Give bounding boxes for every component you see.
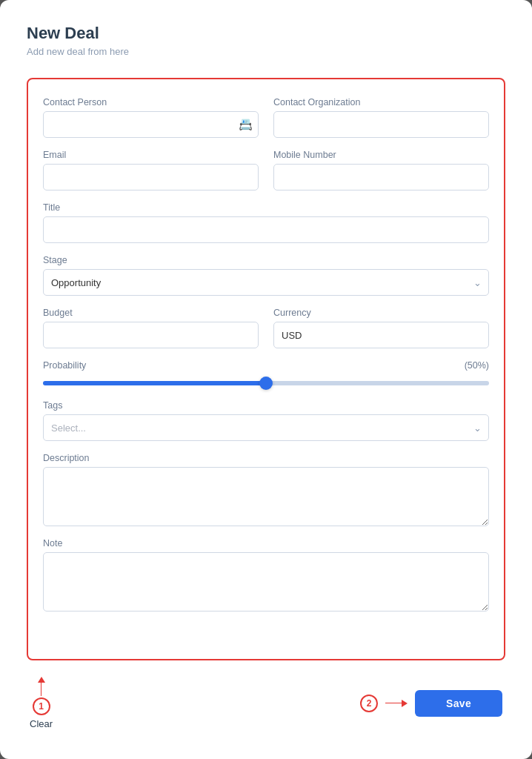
currency-group: Currency: [273, 308, 489, 348]
title-field[interactable]: [43, 216, 489, 243]
description-field[interactable]: [43, 467, 489, 526]
arrow-right-head-icon: [402, 700, 408, 707]
row-tags: Tags Select... Tag 1 Tag 2 Tag 3 ⌄: [43, 400, 489, 441]
page-title: New Deal: [27, 24, 505, 43]
stage-select[interactable]: Opportunity Qualified Proposal Negotiati…: [43, 269, 489, 296]
arrow-up-line-icon: [41, 683, 42, 696]
title-label: Title: [43, 202, 489, 213]
step2-circle: 2: [360, 695, 378, 712]
save-button[interactable]: Save: [415, 690, 502, 717]
stage-group: Stage Opportunity Qualified Proposal Neg…: [43, 255, 489, 296]
page-subtitle: Add new deal from here: [27, 46, 505, 57]
contact-person-input-wrapper: 📇: [43, 111, 259, 138]
note-group: Note: [43, 538, 489, 611]
arrow-right-indicator: [385, 700, 408, 707]
stage-select-wrapper: Opportunity Qualified Proposal Negotiati…: [43, 269, 489, 296]
contact-org-field[interactable]: [273, 111, 489, 138]
form-container: Contact Person 📇 Contact Organization Em…: [27, 78, 505, 660]
email-group: Email: [43, 150, 259, 190]
probability-slider[interactable]: [43, 381, 489, 385]
stage-label: Stage: [43, 255, 489, 265]
arrow-up-head-icon: [38, 677, 45, 683]
row-email-mobile: Email Mobile Number: [43, 150, 489, 190]
probability-row: Probability (50%): [43, 360, 489, 388]
clear-button[interactable]: Clear: [30, 718, 53, 729]
note-label: Note: [43, 538, 489, 548]
tags-select-wrapper: Select... Tag 1 Tag 2 Tag 3 ⌄: [43, 414, 489, 441]
title-group: Title: [43, 202, 489, 243]
tags-label: Tags: [43, 400, 489, 411]
email-label: Email: [43, 150, 259, 160]
probability-header: Probability (50%): [43, 360, 489, 371]
probability-value: (50%): [465, 360, 489, 371]
probability-label: Probability: [43, 360, 86, 371]
row-contact: Contact Person 📇 Contact Organization: [43, 97, 489, 138]
budget-label: Budget: [43, 308, 259, 318]
budget-field[interactable]: [43, 322, 259, 348]
clear-arrow-up: [38, 677, 45, 696]
mobile-group: Mobile Number: [273, 150, 489, 190]
row-description: Description: [43, 453, 489, 526]
tags-group: Tags Select... Tag 1 Tag 2 Tag 3 ⌄: [43, 400, 489, 441]
footer: 1 Clear 2 Save: [27, 677, 505, 729]
arrow-right-line-icon: [385, 703, 402, 704]
clear-section: 1 Clear: [30, 677, 53, 729]
step1-circle: 1: [33, 697, 50, 715]
contact-person-group: Contact Person 📇: [43, 97, 259, 138]
contact-org-label: Contact Organization: [273, 97, 489, 107]
note-field[interactable]: [43, 552, 489, 611]
email-field[interactable]: [43, 164, 259, 190]
tags-select[interactable]: Select... Tag 1 Tag 2 Tag 3: [43, 414, 489, 441]
row-budget-currency: Budget Currency: [43, 308, 489, 348]
row-stage: Stage Opportunity Qualified Proposal Neg…: [43, 255, 489, 296]
description-group: Description: [43, 453, 489, 526]
mobile-field[interactable]: [273, 164, 489, 190]
contact-person-label: Contact Person: [43, 97, 259, 107]
budget-group: Budget: [43, 308, 259, 348]
new-deal-card: New Deal Add new deal from here Contact …: [0, 0, 532, 759]
row-title: Title: [43, 202, 489, 243]
contact-org-group: Contact Organization: [273, 97, 489, 138]
description-label: Description: [43, 453, 489, 463]
probability-slider-container: [43, 375, 489, 388]
currency-label: Currency: [273, 308, 489, 318]
contact-person-field[interactable]: [43, 111, 259, 138]
currency-field[interactable]: [273, 322, 489, 348]
save-section: 2 Save: [360, 690, 502, 717]
row-note: Note: [43, 538, 489, 611]
mobile-label: Mobile Number: [273, 150, 489, 160]
